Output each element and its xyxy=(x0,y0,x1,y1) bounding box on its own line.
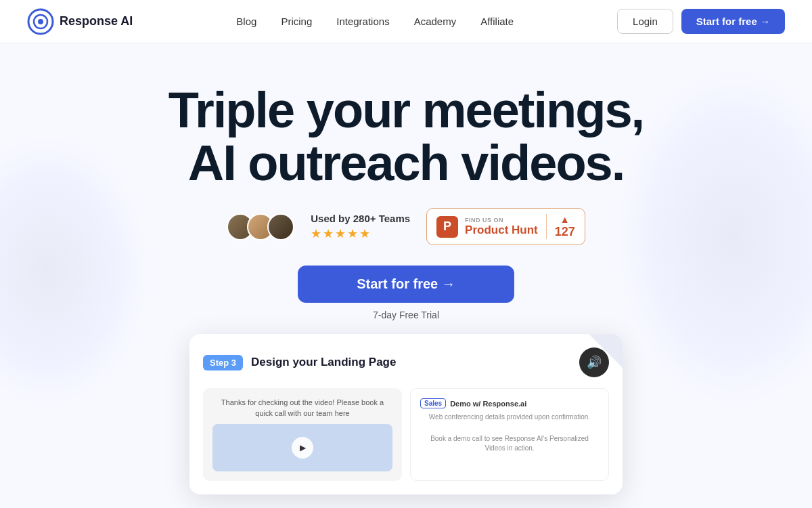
avatar-group xyxy=(227,213,294,240)
demo-book-text: Book a demo call to see Response AI's Pe… xyxy=(420,434,599,453)
nav-affiliate[interactable]: Affiliate xyxy=(480,16,514,27)
find-us-label: FIND US ON xyxy=(465,217,538,224)
nav-links: Blog Pricing Integrations Academy Affili… xyxy=(236,16,514,28)
trial-text: 7-day Free Trial xyxy=(373,310,439,320)
product-hunt-score: ▲ 127 xyxy=(546,214,575,239)
star-rating: ★ ★ ★ ★ ★ xyxy=(311,226,410,241)
svg-point-2 xyxy=(38,19,43,24)
logo[interactable]: Response AI xyxy=(27,8,133,35)
upvote-count: 127 xyxy=(555,225,575,239)
video-thumbnail[interactable]: ▶ xyxy=(212,424,392,471)
demo-title: Demo w/ Response.ai xyxy=(450,400,526,408)
preview-content: Thanks for checking out the video! Pleas… xyxy=(203,388,609,481)
demo-description: Web conferencing details provided upon c… xyxy=(420,412,599,422)
start-for-free-nav-button[interactable]: Start for free → xyxy=(681,9,785,34)
product-hunt-name: Product Hunt xyxy=(465,224,538,237)
step-title: Design your Landing Page xyxy=(251,356,396,369)
product-hunt-icon: P xyxy=(436,216,458,238)
avatar xyxy=(267,213,294,240)
teams-text: Used by 280+ Teams xyxy=(311,213,410,224)
navbar: Response AI Blog Pricing Integrations Ac… xyxy=(0,0,812,43)
teams-info: Used by 280+ Teams ★ ★ ★ ★ ★ xyxy=(311,213,410,241)
product-hunt-text: FIND US ON Product Hunt xyxy=(465,217,538,237)
upvote-arrow-icon: ▲ xyxy=(560,214,570,225)
cta-section: Start for free → 7-day Free Trial xyxy=(298,266,514,320)
hero-title: Triple your meetings, AI outreach videos… xyxy=(168,84,644,189)
logo-text: Response AI xyxy=(60,14,133,28)
preview-right-header: Sales Demo w/ Response.ai xyxy=(420,398,599,408)
login-button[interactable]: Login xyxy=(617,9,673,34)
start-for-free-cta-button[interactable]: Start for free → xyxy=(298,266,514,303)
preview-message: Thanks for checking out the video! Pleas… xyxy=(212,398,392,419)
social-proof: Used by 280+ Teams ★ ★ ★ ★ ★ P FIND US O… xyxy=(227,208,585,245)
hero-section: Triple your meetings, AI outreach videos… xyxy=(0,43,812,494)
play-button[interactable]: ▶ xyxy=(292,437,313,459)
preview-left-panel: Thanks for checking out the video! Pleas… xyxy=(203,388,402,481)
preview-card: Step 3 Design your Landing Page 🔊 Thanks… xyxy=(189,334,623,494)
nav-integrations[interactable]: Integrations xyxy=(336,16,389,27)
step-badge: Step 3 xyxy=(203,355,243,371)
nav-academy[interactable]: Academy xyxy=(414,16,457,27)
preview-header: Step 3 Design your Landing Page 🔊 xyxy=(203,347,609,377)
nav-actions: Login Start for free → xyxy=(617,9,785,34)
nav-blog[interactable]: Blog xyxy=(236,16,256,27)
product-hunt-badge[interactable]: P FIND US ON Product Hunt ▲ 127 xyxy=(426,208,585,245)
corner-ribbon xyxy=(589,334,623,368)
nav-pricing[interactable]: Pricing xyxy=(281,16,312,27)
preview-right-panel: Sales Demo w/ Response.ai Web conferenci… xyxy=(410,388,609,481)
demo-badge: Sales xyxy=(420,398,446,408)
